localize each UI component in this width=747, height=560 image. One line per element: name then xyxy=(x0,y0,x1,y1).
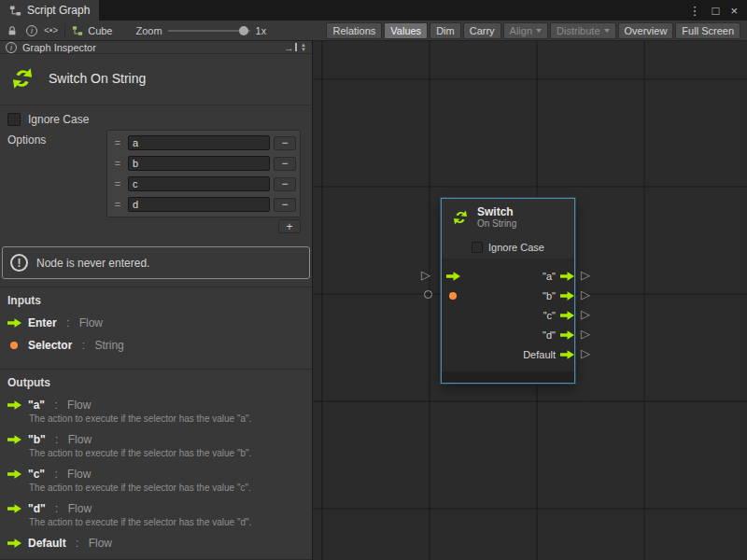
remove-option-button[interactable]: − xyxy=(274,157,296,171)
warning-box: ! Node is never entered. xyxy=(2,246,310,279)
lock-icon[interactable] xyxy=(5,23,20,38)
separator: : xyxy=(51,468,61,481)
inspector-scroll-spinner[interactable]: ▲▼ xyxy=(301,43,306,52)
enter-port-icon[interactable] xyxy=(446,272,460,281)
ignore-case-label: Ignore Case xyxy=(28,113,89,126)
options-list: = − = − = − xyxy=(106,130,301,217)
output-port-a: "a" : Flow xyxy=(7,399,304,412)
ignore-case-checkbox[interactable] xyxy=(7,113,21,126)
flow-arrow-icon xyxy=(7,435,21,444)
option-input-d[interactable] xyxy=(128,197,270,212)
tab-title: Script Graph xyxy=(27,4,90,17)
external-flow-output-icon[interactable]: ▷ xyxy=(581,347,590,359)
port-name: Selector xyxy=(28,339,72,352)
toolbar-button-values[interactable]: Values xyxy=(384,22,428,39)
separator: : xyxy=(63,316,73,329)
zoom-slider-track xyxy=(168,30,250,32)
toolbar-button-overview[interactable]: Overview xyxy=(618,22,674,39)
toolbar-button-fullscreen[interactable]: Full Screen xyxy=(675,22,740,39)
outputs-section: Outputs "a" : Flow The action to execute… xyxy=(0,369,312,560)
external-flow-output-icon[interactable]: ▷ xyxy=(581,328,590,340)
zoom-value: 1x xyxy=(256,25,267,36)
toolbar-button-dim[interactable]: Dim xyxy=(430,22,461,39)
port-type: Flow xyxy=(67,399,91,412)
option-row: = − xyxy=(109,153,298,174)
separator: : xyxy=(78,339,88,352)
port-name: "b" xyxy=(28,433,46,446)
flow-output-port-icon[interactable] xyxy=(560,330,574,340)
options-label: Options xyxy=(7,130,106,147)
external-value-input-icon[interactable] xyxy=(424,290,432,299)
flow-output-port-icon[interactable] xyxy=(560,311,574,320)
node-ignore-case-label: Ignore Case xyxy=(488,242,544,253)
toolbar-button-distribute[interactable]: Distribute xyxy=(550,22,615,39)
tab-script-graph[interactable]: Script Graph xyxy=(0,0,99,21)
port-type: String xyxy=(94,339,123,352)
flow-arrow-icon xyxy=(7,504,21,513)
port-description: The action to execute if the selector ha… xyxy=(29,448,304,458)
collapse-inspector-icon[interactable]: → xyxy=(284,42,297,53)
option-input-b[interactable] xyxy=(128,156,270,171)
node-header[interactable]: Switch On String xyxy=(442,199,574,236)
external-flow-output-icon[interactable]: ▷ xyxy=(581,269,590,281)
option-input-c[interactable] xyxy=(128,176,270,191)
port-name: "d" xyxy=(28,502,46,515)
toolbar-button-align[interactable]: Align xyxy=(503,22,548,39)
flow-arrow-icon xyxy=(7,318,21,328)
drag-handle-icon[interactable]: = xyxy=(111,178,124,189)
input-port-enter: Enter : Flow xyxy=(7,316,304,329)
zoom-control: Zoom 1x xyxy=(135,25,266,36)
option-input-a[interactable] xyxy=(128,135,270,150)
edit-source-icon[interactable]: <•> xyxy=(44,25,58,35)
remove-option-button[interactable]: − xyxy=(274,136,296,150)
flow-output-port-icon[interactable] xyxy=(560,350,574,359)
tab-bar: Script Graph ⋮ □ × xyxy=(0,0,747,21)
toolbar-button-carry[interactable]: Carry xyxy=(463,22,501,39)
drag-handle-icon[interactable]: = xyxy=(111,158,124,169)
graph-target[interactable]: Cube xyxy=(72,25,112,36)
flow-arrow-icon xyxy=(7,400,21,410)
flow-output-port-icon[interactable] xyxy=(560,291,574,301)
output-label-default: Default xyxy=(523,349,556,360)
external-flow-output-icon[interactable]: ▷ xyxy=(581,308,590,320)
switch-unit-icon xyxy=(7,63,37,93)
align-label: Align xyxy=(510,25,532,36)
output-label-b: "b" xyxy=(543,290,556,301)
external-flow-output-icon[interactable]: ▷ xyxy=(581,288,590,301)
option-row: = − xyxy=(109,174,298,194)
script-graph-window: Script Graph ⋮ □ × i <•> Cube Zoom 1x R xyxy=(0,0,747,560)
option-row: = − xyxy=(109,194,298,215)
zoom-slider-handle[interactable] xyxy=(239,26,248,35)
port-type: Flow xyxy=(89,537,112,550)
dropdown-caret-icon xyxy=(604,29,610,33)
remove-option-button[interactable]: − xyxy=(274,198,296,212)
selector-port-icon[interactable] xyxy=(449,292,457,300)
drag-handle-icon[interactable]: = xyxy=(111,137,124,148)
close-icon[interactable]: × xyxy=(730,5,738,17)
graph-canvas[interactable]: Switch On String Ignore Case "a" xyxy=(313,41,747,560)
node-footer xyxy=(442,371,574,383)
input-port-selector: Selector : String xyxy=(7,339,304,352)
toolbar-button-relations[interactable]: Relations xyxy=(326,22,382,39)
zoom-label: Zoom xyxy=(135,25,162,36)
kebab-menu-icon[interactable]: ⋮ xyxy=(689,5,701,17)
node-ignore-case-checkbox[interactable] xyxy=(472,242,483,253)
inspector-header: i Graph Inspector → ▲▼ xyxy=(0,41,312,54)
port-type: Flow xyxy=(79,316,103,329)
drag-handle-icon[interactable]: = xyxy=(111,199,124,210)
add-option-button[interactable]: + xyxy=(278,219,301,233)
flow-output-port-icon[interactable] xyxy=(560,272,574,281)
port-description: The action to execute if the selector ha… xyxy=(29,517,304,527)
maximize-icon[interactable]: □ xyxy=(712,5,720,17)
port-line-a: "a" xyxy=(442,266,574,286)
inputs-title: Inputs xyxy=(7,294,304,307)
remove-option-button[interactable]: − xyxy=(274,177,296,191)
node-ignore-case-row: Ignore Case xyxy=(442,236,574,259)
inspector-title: Graph Inspector xyxy=(22,42,96,53)
switch-on-string-node[interactable]: Switch On String Ignore Case "a" xyxy=(441,198,575,384)
target-label: Cube xyxy=(88,25,112,36)
ignore-case-row: Ignore Case xyxy=(0,105,312,126)
zoom-slider[interactable] xyxy=(168,25,250,36)
external-flow-input-icon[interactable]: ▷ xyxy=(421,269,430,281)
info-icon[interactable]: i xyxy=(26,25,37,36)
